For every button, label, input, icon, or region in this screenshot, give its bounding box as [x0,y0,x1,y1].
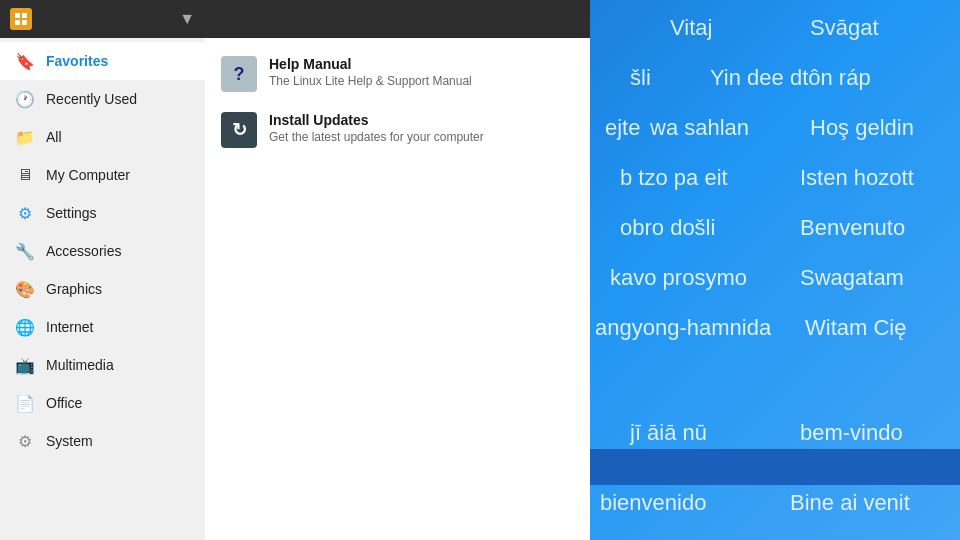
system-icon: ⚙ [14,430,36,452]
content-item-title: Help Manual [269,56,472,72]
sidebar-item-label: Recently Used [46,91,137,107]
sidebar-item-settings[interactable]: ⚙Settings [0,194,205,232]
welcome-word: Witam Cię [805,315,906,341]
content-item-text: Help ManualThe Linux Lite Help & Support… [269,56,472,88]
svg-rect-2 [15,20,20,25]
welcome-word: obro došli [620,215,715,241]
content-list: ?Help ManualThe Linux Lite Help & Suppor… [205,38,590,166]
welcome-word: Yin dee dtôn ráp [710,65,871,91]
sidebar-item-my-computer[interactable]: 🖥My Computer [0,156,205,194]
content-item-description: Get the latest updates for your computer [269,130,484,144]
welcome-word: bienvenido [600,490,706,516]
tools-icon: 🔧 [14,240,36,262]
sidebar-item-label: Accessories [46,243,121,259]
content-item-text: Install UpdatesGet the latest updates fo… [269,112,484,144]
sidebar-item-label: System [46,433,93,449]
welcome-word: b tzo pa eit [620,165,728,191]
sidebar-item-label: Favorites [46,53,108,69]
sidebar-item-label: All [46,129,62,145]
sidebar-item-favorites[interactable]: 🔖Favorites [0,42,205,80]
svg-rect-1 [22,13,27,18]
content-item-title: Install Updates [269,112,484,128]
welcome-word: Vitaj [670,15,712,41]
bookmark-icon: 🔖 [14,50,36,72]
sidebar-item-accessories[interactable]: 🔧Accessories [0,232,205,270]
install-updates-icon: ↻ [221,112,257,148]
content-item-description: The Linux Lite Help & Support Manual [269,74,472,88]
content-item-help-manual[interactable]: ?Help ManualThe Linux Lite Help & Suppor… [205,46,590,102]
content-panel: ?Help ManualThe Linux Lite Help & Suppor… [205,0,590,540]
svg-rect-0 [15,13,20,18]
clock-icon: 🕐 [14,88,36,110]
help-manual-icon: ? [221,56,257,92]
welcome-word: Isten hozott [800,165,914,191]
welcome-word: jī āiā nū [630,420,707,446]
title-bar: ▼ [0,0,205,38]
sidebar-item-internet[interactable]: 🌐Internet [0,308,205,346]
gear-icon: ⚙ [14,202,36,224]
monitor-icon: 🖥 [14,164,36,186]
welcome-word: bem-vindo [800,420,903,446]
sidebar-item-graphics[interactable]: 🎨Graphics [0,270,205,308]
app-icon [10,8,32,30]
sidebar-item-label: My Computer [46,167,130,183]
office-icon: 📄 [14,392,36,414]
welcome-word: kavo prosymo [610,265,747,291]
sidebar-item-label: Graphics [46,281,102,297]
sidebar-item-label: Settings [46,205,97,221]
sidebar: ▼ 🔖Favorites🕐Recently Used📁All🖥My Comput… [0,0,205,540]
triangle-decoration: ▼ [179,10,195,28]
welcome-word: Svāgat [810,15,879,41]
svg-rect-3 [22,20,27,25]
multimedia-icon: 📺 [14,354,36,376]
content-title-bar [205,0,590,38]
welcome-word: šli [630,65,651,91]
globe-icon: 🌐 [14,316,36,338]
sidebar-item-label: Multimedia [46,357,114,373]
welcome-word: angyong-hamnida [595,315,771,341]
sidebar-item-all[interactable]: 📁All [0,118,205,156]
welcome-word: Swagatam [800,265,904,291]
welcome-word: Benvenuto [800,215,905,241]
welcome-word: Bine ai venit [790,490,910,516]
content-item-install-updates[interactable]: ↻Install UpdatesGet the latest updates f… [205,102,590,158]
sidebar-item-office[interactable]: 📄Office [0,384,205,422]
folder-icon: 📁 [14,126,36,148]
welcome-word: Hoş geldin [810,115,914,141]
welcome-word: ejte [605,115,640,141]
sidebar-item-multimedia[interactable]: 📺Multimedia [0,346,205,384]
sidebar-item-system[interactable]: ⚙System [0,422,205,460]
nav-list: 🔖Favorites🕐Recently Used📁All🖥My Computer… [0,38,205,540]
sidebar-item-label: Internet [46,319,93,335]
sidebar-item-recently-used[interactable]: 🕐Recently Used [0,80,205,118]
sidebar-item-label: Office [46,395,82,411]
welcome-word: wa sahlan [650,115,749,141]
graphics-icon: 🎨 [14,278,36,300]
